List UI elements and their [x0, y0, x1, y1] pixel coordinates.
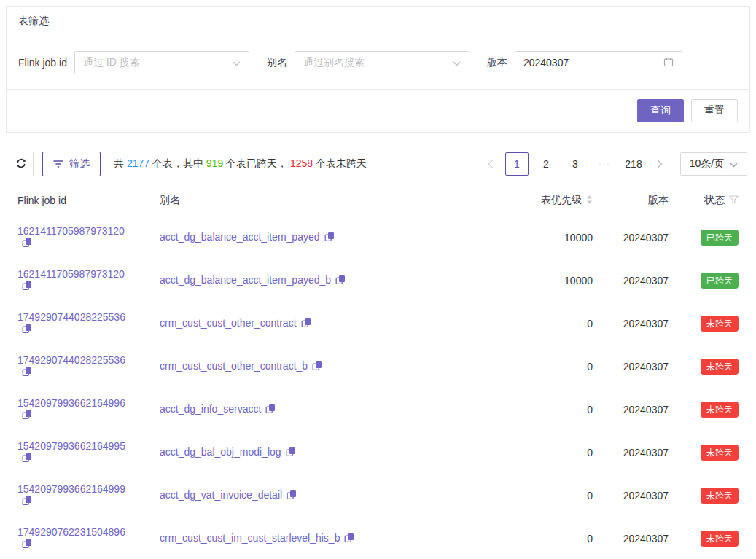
table-row: 1749290744028225536 crm_cust_cust_other_… — [6, 345, 750, 388]
copy-icon[interactable] — [22, 410, 32, 422]
summary-uncrossed-count: 1258 — [290, 157, 313, 169]
table-row: 1749290744028225536 crm_cust_cust_other_… — [6, 302, 750, 345]
flink-job-id-select[interactable]: 通过 ID 搜索 — [74, 51, 249, 74]
field-alias: 别名 通过别名搜索 — [267, 51, 469, 74]
flink-job-id-link[interactable]: 1542097993662164995 — [17, 440, 125, 452]
table-container: Flink job id 别名 表优先级 — [6, 185, 750, 559]
filter-button[interactable]: 筛选 — [42, 152, 101, 176]
alias-label: 别名 — [267, 56, 287, 69]
alias-link[interactable]: crm_cust_cust_other_contract_b — [160, 360, 308, 372]
header-priority[interactable]: 表优先级 — [495, 185, 604, 216]
prev-page-icon[interactable] — [482, 152, 499, 176]
table-header-row: Flink job id 别名 表优先级 — [6, 185, 750, 216]
chevron-down-icon — [730, 158, 738, 170]
cell-status: 未跨天 — [680, 474, 750, 517]
alias-link[interactable]: crm_cust_cust_im_cust_starlevel_his_b — [160, 532, 340, 544]
copy-icon[interactable] — [22, 281, 32, 293]
page-size-value: 10条/页 — [690, 157, 724, 171]
chevron-down-icon — [453, 57, 461, 69]
table-row: 1621411705987973120 acct_dg_balance_acct… — [6, 216, 750, 259]
copy-icon[interactable] — [22, 324, 32, 336]
flink-job-id-placeholder: 通过 ID 搜索 — [83, 56, 140, 69]
copy-icon[interactable] — [22, 367, 32, 379]
page-item-1[interactable]: 1 — [505, 152, 529, 176]
status-badge: 已跨天 — [701, 273, 739, 289]
alias-link[interactable]: acct_dg_vat_invoice_detail — [160, 489, 282, 501]
page-size-select[interactable]: 10条/页 — [680, 152, 747, 176]
cell-status: 未跨天 — [680, 345, 750, 388]
cell-alias: acct_dg_info_servacct — [148, 388, 495, 431]
cell-flink-job-id: 1749290744028225536 — [6, 345, 148, 388]
cell-priority: 0 — [495, 388, 604, 431]
cell-priority: 0 — [495, 431, 604, 474]
status-badge: 未跨天 — [701, 402, 739, 418]
page-item-2[interactable]: 2 — [534, 152, 558, 176]
cell-status: 未跨天 — [680, 388, 750, 431]
next-page-icon[interactable] — [651, 152, 669, 176]
copy-icon[interactable] — [335, 275, 346, 287]
alias-link[interactable]: acct_dg_info_servacct — [160, 403, 261, 415]
cell-priority: 0 — [495, 517, 604, 559]
cell-version: 20240307 — [604, 345, 680, 388]
funnel-filter-icon[interactable] — [729, 195, 739, 206]
summary-crossed-count: 919 — [206, 157, 223, 169]
cell-status: 未跨天 — [680, 431, 750, 474]
alias-link[interactable]: acct_dg_bal_obj_modi_log — [160, 446, 281, 458]
copy-icon[interactable] — [287, 490, 297, 502]
calendar-icon — [663, 57, 674, 69]
flink-job-id-link[interactable]: 1621411705987973120 — [17, 225, 125, 237]
field-flink-job-id: Flink job id 通过 ID 搜索 — [18, 51, 249, 74]
flink-job-id-link[interactable]: 1749290762231504896 — [17, 526, 125, 538]
summary-part3: 个表已跨天， — [223, 157, 290, 169]
header-priority-label: 表优先级 — [541, 194, 582, 207]
cell-alias: acct_dg_vat_invoice_detail — [148, 474, 495, 517]
reset-button[interactable]: 重置 — [691, 99, 738, 122]
copy-icon[interactable] — [22, 238, 32, 250]
copy-icon[interactable] — [22, 539, 32, 551]
version-date-input[interactable]: 20240307 — [515, 51, 682, 74]
cell-alias: crm_cust_cust_other_contract_b — [148, 345, 495, 388]
copy-icon[interactable] — [265, 404, 276, 416]
page-item-218[interactable]: 218 — [622, 152, 645, 176]
header-status[interactable]: 状态 — [680, 185, 750, 216]
flink-job-id-link[interactable]: 1542097993662164996 — [17, 397, 125, 409]
flink-job-id-link[interactable]: 1621411705987973120 — [17, 268, 125, 280]
filter-actions-row: 查询 重置 — [7, 90, 749, 132]
header-alias: 别名 — [148, 185, 495, 216]
alias-link[interactable]: acct_dg_balance_acct_item_payed_b — [160, 274, 331, 286]
page-item-3[interactable]: 3 — [564, 152, 587, 176]
cell-version: 20240307 — [604, 431, 680, 474]
status-badge: 未跨天 — [701, 316, 739, 332]
alias-select[interactable]: 通过别名搜索 — [295, 51, 469, 74]
version-date-value: 20240307 — [523, 57, 569, 69]
tables-table: Flink job id 别名 表优先级 — [6, 185, 750, 559]
filter-lines-icon — [53, 158, 63, 170]
cell-priority: 0 — [495, 345, 604, 388]
flink-job-id-link[interactable]: 1749290744028225536 — [17, 354, 125, 366]
flink-job-id-link[interactable]: 1542097993662164999 — [17, 483, 125, 495]
copy-icon[interactable] — [22, 453, 32, 465]
copy-icon[interactable] — [301, 318, 311, 330]
copy-icon[interactable] — [286, 447, 296, 459]
copy-icon[interactable] — [312, 361, 322, 373]
query-button[interactable]: 查询 — [637, 99, 684, 122]
pagination-top: 123···21810条/页 — [482, 152, 747, 176]
copy-icon[interactable] — [324, 232, 335, 244]
summary-total-count: 2177 — [127, 157, 149, 169]
cell-alias: crm_cust_cust_other_contract — [148, 302, 495, 345]
status-badge: 未跨天 — [701, 445, 739, 461]
copy-icon[interactable] — [22, 496, 32, 508]
flink-job-id-link[interactable]: 1749290744028225536 — [17, 311, 125, 323]
cell-status: 已跨天 — [680, 216, 750, 259]
copy-icon[interactable] — [344, 533, 354, 545]
summary-part1: 共 — [114, 157, 127, 169]
filter-panel-title: 表筛选 — [7, 7, 749, 36]
cell-priority: 10000 — [495, 216, 604, 259]
cell-version: 20240307 — [604, 474, 680, 517]
cell-flink-job-id: 1749290762231504896 — [6, 517, 148, 559]
sorter-icon[interactable] — [586, 195, 593, 207]
toolbar: 筛选 共 2177 个表，其中 919 个表已跨天， 1258 个表未跨天 12… — [6, 152, 750, 176]
alias-link[interactable]: crm_cust_cust_other_contract — [160, 317, 297, 329]
refresh-button[interactable] — [9, 152, 34, 176]
alias-link[interactable]: acct_dg_balance_acct_item_payed — [160, 231, 320, 243]
